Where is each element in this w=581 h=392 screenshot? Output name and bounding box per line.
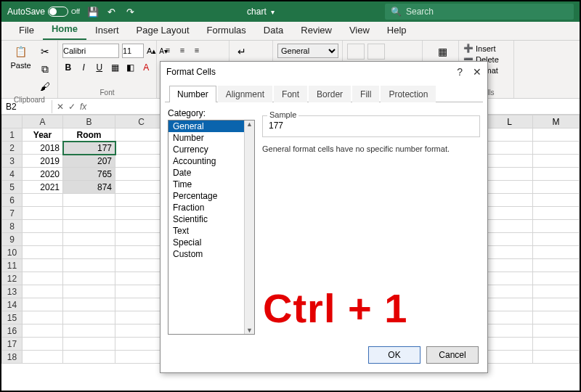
category-item[interactable]: Special [168,237,254,248]
format-table-icon[interactable] [367,44,385,60]
autosave-state: Off [71,8,80,15]
font-color-button[interactable]: A [141,61,153,74]
font-size-input[interactable] [122,44,144,58]
dlg-tab-number[interactable]: Number [169,86,216,102]
category-item[interactable]: Scientific [168,213,254,225]
cond-format-icon[interactable] [347,44,365,60]
chevron-down-icon[interactable]: ▾ [271,8,275,16]
fx-confirm-icon[interactable]: ✓ [68,102,76,112]
row-header[interactable]: 1 [2,128,23,142]
underline-button[interactable]: U [94,61,105,74]
group-font: A▴ A▾ B I U ▦ ◧ A Font [58,41,157,98]
fx-cancel-icon[interactable]: ✕ [57,102,64,112]
tab-file[interactable]: File [10,22,43,40]
save-icon[interactable]: 💾 [87,6,99,17]
dlg-tab-font[interactable]: Font [274,86,307,102]
ok-button[interactable]: OK [368,346,420,364]
category-item[interactable]: Number [168,132,254,144]
tab-insert[interactable]: Insert [86,22,128,40]
category-item[interactable]: Date [168,167,254,179]
cell-selected[interactable]: 765 [63,168,115,181]
number-format-select[interactable]: General [277,44,338,58]
fx-icon[interactable]: fx [80,102,86,112]
autosave-toggle[interactable]: AutoSave Off [7,7,80,17]
bold-button[interactable]: B [62,61,74,74]
cut-icon[interactable]: ✂ [37,44,53,60]
sample-label: Sample [267,110,298,119]
dialog-title: Format Cells [166,67,216,77]
dialog-tabs: Number Alignment Font Border Fill Protec… [165,85,483,102]
category-item[interactable]: Text [168,225,254,237]
tab-help[interactable]: Help [378,22,415,40]
col-header-M[interactable]: M [533,115,580,128]
cell[interactable]: 2019 [23,155,63,168]
scrollbar[interactable]: ▲▼ [244,121,254,334]
cell[interactable]: Year [23,128,63,142]
row-header[interactable]: 3 [2,155,23,168]
cell[interactable]: 2018 [23,142,63,155]
row-header[interactable]: 4 [2,168,23,181]
close-icon[interactable]: ✕ [473,66,482,78]
tab-review[interactable]: Review [292,22,341,40]
align-mid-icon[interactable]: ≡ [176,44,189,57]
insert-label: Insert [476,44,496,53]
category-item[interactable]: Accounting [168,155,254,167]
grid-right-columns: LM [486,115,580,364]
redo-icon[interactable]: ↷ [125,6,137,17]
dlg-tab-alignment[interactable]: Alignment [218,86,272,102]
category-item[interactable]: Currency [168,144,254,155]
row-header[interactable]: 2 [2,142,23,155]
sample-box: Sample 177 [262,115,480,137]
chevron-down-icon[interactable]: ▼ [246,327,253,334]
category-item[interactable]: Custom [168,248,254,260]
dlg-tab-fill[interactable]: Fill [352,86,379,102]
autosave-label: AutoSave [7,7,45,17]
cell[interactable]: 2020 [23,168,63,181]
insert-cells-button[interactable]: ➕Insert [463,44,509,53]
cell-selected[interactable]: 207 [63,155,115,168]
tab-formulas[interactable]: Formulas [198,22,255,40]
col-header-B[interactable]: B [63,115,115,128]
category-item[interactable]: Percentage [168,190,254,202]
category-item[interactable]: Fraction [168,202,254,213]
wrap-text-icon[interactable]: ↵ [234,44,250,60]
undo-icon[interactable]: ↶ [106,6,118,17]
doc-name: chart [247,7,267,17]
category-item[interactable]: Time [168,179,254,190]
italic-button[interactable]: I [78,61,90,74]
search-input[interactable]: 🔍 Search [385,4,574,20]
fill-color-button[interactable]: ◧ [125,61,137,74]
dlg-tab-protection[interactable]: Protection [381,86,436,102]
copy-icon[interactable]: ⧉ [37,61,53,77]
increase-font-icon[interactable]: A▴ [147,46,156,56]
cell[interactable]: Room [63,128,115,142]
paste-button[interactable]: 📋 Paste [6,44,36,94]
category-list[interactable]: General Number Currency Accounting Date … [168,120,255,335]
align-bot-icon[interactable]: ≡ [190,44,203,57]
clipboard-icon: 📋 [13,44,29,60]
tab-home[interactable]: Home [43,20,86,40]
cell-selected[interactable]: 177 [63,142,115,155]
cancel-button[interactable]: Cancel [426,346,479,364]
tab-view[interactable]: View [341,22,378,40]
group-clipboard: 📋 Paste ✂ ⧉ 🖌 Clipboard [1,41,58,98]
dlg-tab-border[interactable]: Border [309,86,351,102]
tab-data[interactable]: Data [255,22,292,40]
border-button[interactable]: ▦ [110,61,121,74]
help-icon[interactable]: ? [457,66,463,78]
col-header-A[interactable]: A [23,115,63,128]
chevron-up-icon[interactable]: ▲ [246,121,253,128]
format-painter-icon[interactable]: 🖌 [37,78,53,94]
format-description: General format cells have no specific nu… [262,144,480,153]
tab-page-layout[interactable]: Page Layout [128,22,198,40]
category-item[interactable]: General [168,121,254,132]
col-header-L[interactable]: L [487,115,533,128]
dialog-titlebar[interactable]: Format Cells ? ✕ [161,62,487,82]
font-name-input[interactable] [62,44,119,58]
cell-selected[interactable]: 874 [63,181,115,194]
align-top-icon[interactable]: ≡ [161,44,174,57]
cell[interactable]: 2021 [23,181,63,194]
toggle-off-icon [48,7,68,17]
row-header[interactable]: 5 [2,181,23,194]
insert-icon: ➕ [463,44,474,53]
